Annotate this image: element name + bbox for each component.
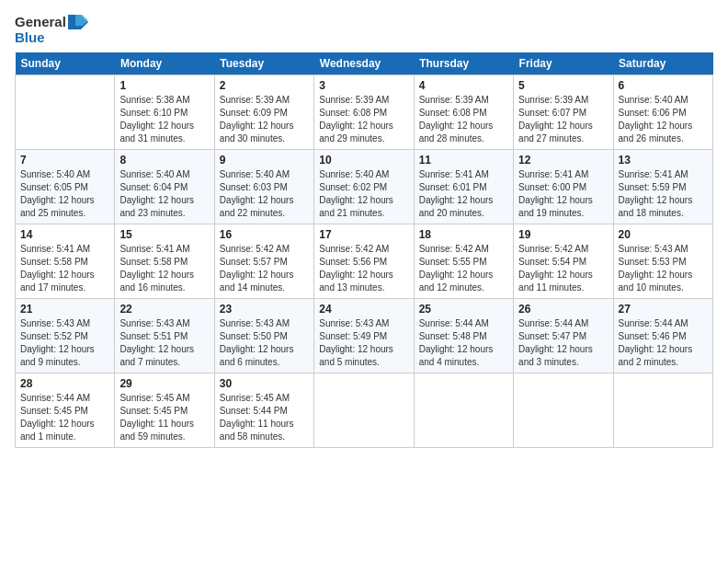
day-number: 14 [20,228,109,241]
logo: General Blue [15,15,88,45]
day-number: 3 [319,79,408,92]
weekday-header-saturday: Saturday [613,52,712,75]
calendar-cell: 5Sunrise: 5:39 AM Sunset: 6:07 PM Daylig… [514,75,613,150]
logo-text-blue: Blue [15,30,45,46]
calendar-cell: 2Sunrise: 5:39 AM Sunset: 6:09 PM Daylig… [214,75,313,150]
calendar-cell: 25Sunrise: 5:44 AM Sunset: 5:48 PM Dayli… [414,299,513,373]
day-number: 15 [119,228,209,241]
calendar-cell: 18Sunrise: 5:42 AM Sunset: 5:55 PM Dayli… [414,224,513,299]
weekday-header-row: SundayMondayTuesdayWednesdayThursdayFrid… [16,52,713,75]
week-row-1: 1Sunrise: 5:38 AM Sunset: 6:10 PM Daylig… [16,75,713,150]
day-info: Sunrise: 5:45 AM Sunset: 5:45 PM Dayligh… [119,392,209,443]
day-info: Sunrise: 5:44 AM Sunset: 5:47 PM Dayligh… [518,317,608,369]
day-info: Sunrise: 5:44 AM Sunset: 5:46 PM Dayligh… [619,317,708,369]
day-number: 13 [619,154,708,167]
day-number: 9 [220,154,309,167]
calendar-cell: 26Sunrise: 5:44 AM Sunset: 5:47 PM Dayli… [514,299,613,373]
calendar-cell: 29Sunrise: 5:45 AM Sunset: 5:45 PM Dayli… [115,373,214,448]
day-number: 30 [220,377,309,390]
calendar-cell: 15Sunrise: 5:41 AM Sunset: 5:58 PM Dayli… [115,224,214,299]
calendar-table: SundayMondayTuesdayWednesdayThursdayFrid… [15,52,713,448]
calendar-cell [613,373,712,448]
calendar-cell: 7Sunrise: 5:40 AM Sunset: 6:05 PM Daylig… [16,150,115,224]
day-number: 7 [20,154,109,167]
day-info: Sunrise: 5:41 AM Sunset: 5:58 PM Dayligh… [20,243,109,294]
day-number: 20 [619,228,708,241]
day-number: 18 [419,228,508,241]
day-info: Sunrise: 5:41 AM Sunset: 6:01 PM Dayligh… [419,168,508,220]
day-info: Sunrise: 5:43 AM Sunset: 5:52 PM Dayligh… [20,317,109,369]
day-info: Sunrise: 5:41 AM Sunset: 5:59 PM Dayligh… [619,168,708,220]
day-number: 21 [20,303,109,316]
calendar-cell: 28Sunrise: 5:44 AM Sunset: 5:45 PM Dayli… [16,373,115,448]
calendar-cell [414,373,513,448]
day-info: Sunrise: 5:43 AM Sunset: 5:49 PM Dayligh… [319,317,408,369]
day-number: 23 [220,303,309,316]
day-number: 10 [319,154,408,167]
calendar-cell: 22Sunrise: 5:43 AM Sunset: 5:51 PM Dayli… [115,299,214,373]
weekday-header-thursday: Thursday [414,52,513,75]
day-number: 29 [119,377,209,390]
weekday-header-tuesday: Tuesday [214,52,313,75]
calendar-cell: 23Sunrise: 5:43 AM Sunset: 5:50 PM Dayli… [214,299,313,373]
day-number: 19 [518,228,608,241]
day-info: Sunrise: 5:45 AM Sunset: 5:44 PM Dayligh… [220,392,309,443]
weekday-header-monday: Monday [115,52,214,75]
calendar-cell: 11Sunrise: 5:41 AM Sunset: 6:01 PM Dayli… [414,150,513,224]
week-row-3: 14Sunrise: 5:41 AM Sunset: 5:58 PM Dayli… [16,224,713,299]
calendar-cell: 4Sunrise: 5:39 AM Sunset: 6:08 PM Daylig… [414,75,513,150]
weekday-header-sunday: Sunday [16,52,115,75]
day-info: Sunrise: 5:38 AM Sunset: 6:10 PM Dayligh… [119,94,209,145]
day-number: 6 [619,79,708,92]
day-info: Sunrise: 5:42 AM Sunset: 5:55 PM Dayligh… [419,243,508,294]
logo-chevron-icon [68,15,88,29]
day-number: 16 [220,228,309,241]
day-number: 17 [319,228,408,241]
day-info: Sunrise: 5:44 AM Sunset: 5:45 PM Dayligh… [20,392,109,443]
calendar-cell: 9Sunrise: 5:40 AM Sunset: 6:03 PM Daylig… [214,150,313,224]
day-number: 12 [518,154,608,167]
day-info: Sunrise: 5:39 AM Sunset: 6:09 PM Dayligh… [220,94,309,145]
day-info: Sunrise: 5:40 AM Sunset: 6:03 PM Dayligh… [220,168,309,220]
day-info: Sunrise: 5:41 AM Sunset: 6:00 PM Dayligh… [518,168,608,220]
day-info: Sunrise: 5:39 AM Sunset: 6:08 PM Dayligh… [319,94,408,145]
day-info: Sunrise: 5:40 AM Sunset: 6:06 PM Dayligh… [619,94,708,145]
day-number: 28 [20,377,109,390]
day-info: Sunrise: 5:40 AM Sunset: 6:05 PM Dayligh… [20,168,109,220]
week-row-5: 28Sunrise: 5:44 AM Sunset: 5:45 PM Dayli… [16,373,713,448]
day-info: Sunrise: 5:39 AM Sunset: 6:07 PM Dayligh… [518,94,608,145]
logo-text-general: General [15,15,66,30]
calendar-cell: 20Sunrise: 5:43 AM Sunset: 5:53 PM Dayli… [613,224,712,299]
day-info: Sunrise: 5:40 AM Sunset: 6:04 PM Dayligh… [119,168,209,220]
day-number: 11 [419,154,508,167]
calendar-cell: 16Sunrise: 5:42 AM Sunset: 5:57 PM Dayli… [214,224,313,299]
day-info: Sunrise: 5:40 AM Sunset: 6:02 PM Dayligh… [319,168,408,220]
calendar-cell: 1Sunrise: 5:38 AM Sunset: 6:10 PM Daylig… [115,75,214,150]
day-number: 2 [220,79,309,92]
calendar-cell: 6Sunrise: 5:40 AM Sunset: 6:06 PM Daylig… [613,75,712,150]
svg-marker-1 [75,15,88,26]
calendar-cell: 30Sunrise: 5:45 AM Sunset: 5:44 PM Dayli… [214,373,313,448]
calendar-cell: 12Sunrise: 5:41 AM Sunset: 6:00 PM Dayli… [514,150,613,224]
day-number: 26 [518,303,608,316]
calendar-cell: 8Sunrise: 5:40 AM Sunset: 6:04 PM Daylig… [115,150,214,224]
day-number: 24 [319,303,408,316]
calendar-cell: 13Sunrise: 5:41 AM Sunset: 5:59 PM Dayli… [613,150,712,224]
calendar-cell: 21Sunrise: 5:43 AM Sunset: 5:52 PM Dayli… [16,299,115,373]
day-info: Sunrise: 5:44 AM Sunset: 5:48 PM Dayligh… [419,317,508,369]
weekday-header-wednesday: Wednesday [314,52,414,75]
day-number: 1 [119,79,209,92]
day-info: Sunrise: 5:43 AM Sunset: 5:50 PM Dayligh… [220,317,309,369]
calendar-cell [514,373,613,448]
weekday-header-friday: Friday [514,52,613,75]
calendar-cell [16,75,115,150]
day-info: Sunrise: 5:39 AM Sunset: 6:08 PM Dayligh… [419,94,508,145]
page-header: General Blue [15,15,713,45]
day-info: Sunrise: 5:41 AM Sunset: 5:58 PM Dayligh… [119,243,209,294]
calendar-cell: 10Sunrise: 5:40 AM Sunset: 6:02 PM Dayli… [314,150,414,224]
day-info: Sunrise: 5:42 AM Sunset: 5:54 PM Dayligh… [518,243,608,294]
day-info: Sunrise: 5:43 AM Sunset: 5:51 PM Dayligh… [119,317,209,369]
day-number: 5 [518,79,608,92]
calendar-cell: 14Sunrise: 5:41 AM Sunset: 5:58 PM Dayli… [16,224,115,299]
day-info: Sunrise: 5:42 AM Sunset: 5:56 PM Dayligh… [319,243,408,294]
